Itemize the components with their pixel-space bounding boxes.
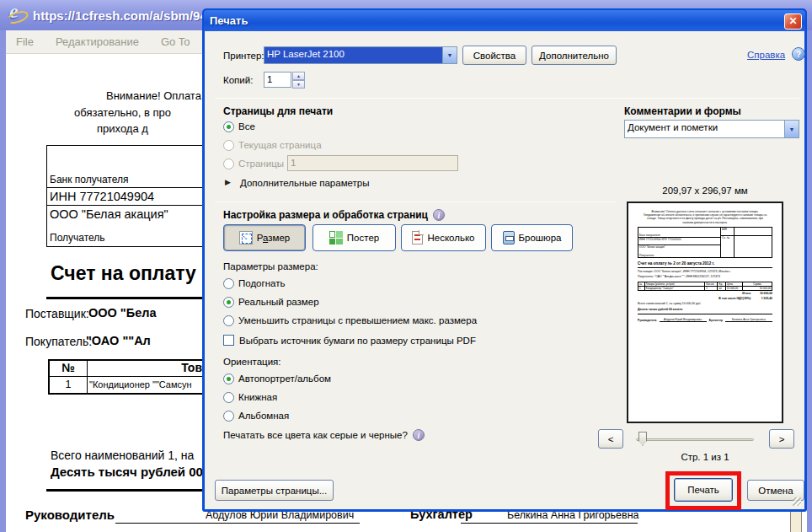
orientation-label: Ориентация: — [223, 357, 280, 367]
separator — [215, 98, 799, 99]
paper-source-checkbox[interactable] — [223, 335, 234, 346]
table-row: 1 "Кондиционер ""Самсун — [50, 377, 202, 393]
comments-selected-value: Документ и пометки — [625, 121, 784, 137]
radio-page-range[interactable] — [223, 159, 234, 169]
radio-auto-orientation-label[interactable]: Автопортрет/альбом — [238, 373, 331, 384]
menu-file[interactable]: File — [16, 35, 34, 48]
multiple-mode-icon — [412, 231, 423, 245]
page-range-input[interactable]: 1 — [287, 155, 458, 171]
chevron-down-icon[interactable] — [442, 47, 457, 63]
inn-line: ИНН 77721049904 — [47, 188, 215, 206]
info-icon[interactable] — [413, 429, 425, 441]
buyer-value: "ОАО ""Ал — [86, 334, 151, 347]
radio-current-page[interactable] — [223, 140, 234, 151]
print-dialog: Печать Принтер: HP LaserJet 2100 Свойств… — [202, 8, 807, 512]
radio-current-page-label: Текущая страница — [238, 140, 322, 150]
poster-mode-icon — [329, 231, 343, 245]
highlight-annotation — [665, 471, 741, 510]
size-mode-button[interactable]: Размер — [223, 224, 306, 251]
radio-portrait-label[interactable]: Книжная — [238, 392, 277, 402]
warning-line: прихода д — [97, 122, 148, 135]
paper-source-checkbox-label[interactable]: Выбрать источник бумаги по размеру стран… — [239, 336, 476, 346]
spinner-down-icon[interactable]: ▼ — [292, 80, 305, 89]
buyer-label: Покупатель: — [25, 335, 92, 348]
previous-page-button[interactable]: < — [598, 429, 623, 449]
radio-all-pages-label[interactable]: Все — [238, 121, 255, 132]
printer-label: Принтер: — [223, 51, 264, 61]
poster-mode-button[interactable]: Постер — [313, 224, 396, 251]
info-icon[interactable] — [433, 209, 445, 221]
radio-page-range-label: Страницы — [238, 159, 284, 169]
preview-invoice-title: Счет на оплату № 2 от 20 августа 2012 г. — [638, 261, 772, 268]
amount-in-words: Десять тысяч рублей 00 — [51, 465, 203, 479]
radio-landscape[interactable] — [223, 411, 234, 422]
scrollbar-track[interactable] — [790, 509, 802, 532]
signature-line — [115, 523, 360, 524]
supplier-label: Поставщик: — [25, 307, 89, 320]
booklet-mode-icon — [503, 231, 515, 245]
total-line: Всего наименований 1, на — [51, 449, 194, 462]
spinner-up-icon[interactable]: ▲ — [292, 72, 305, 80]
multiple-mode-button[interactable]: Несколько — [401, 224, 486, 251]
radio-fit-label[interactable]: Подогнать — [238, 278, 285, 288]
resize-grip[interactable] — [793, 497, 801, 506]
radio-shrink-oversized-label[interactable]: Уменьшить страницы с превышением макс. р… — [238, 315, 477, 325]
radio-shrink-oversized[interactable] — [223, 315, 234, 326]
preview-bank-table: Банк получателя ИНН 7772109904 КПП 77150… — [638, 227, 772, 258]
separator — [215, 202, 616, 202]
bank-label: Банк получателя — [50, 174, 128, 185]
comments-select[interactable]: Документ и пометки — [624, 120, 799, 138]
radio-portrait[interactable] — [223, 392, 234, 403]
radio-auto-orientation[interactable] — [223, 373, 234, 384]
grayscale-row: Печатать все цвета как серые и черные? — [223, 429, 425, 441]
dialog-titlebar[interactable]: Печать — [204, 10, 805, 31]
help-icon[interactable] — [792, 47, 805, 61]
comments-section-title: Комментарии и формы — [624, 105, 741, 117]
supplier-value: ООО "Бела — [88, 306, 157, 320]
help-link[interactable]: Справка — [747, 50, 785, 60]
divider — [46, 489, 202, 492]
size-mode-icon — [239, 231, 253, 245]
signature-line — [461, 523, 638, 524]
size-options-label: Параметры размера: — [223, 261, 318, 271]
radio-landscape-label[interactable]: Альбомная — [238, 411, 289, 421]
page-slider-track[interactable] — [636, 438, 754, 441]
bank-details-table: Банк получателя ИНН 77721049904 ООО "Бел… — [46, 145, 215, 247]
menu-edit[interactable]: Редактирование — [56, 35, 139, 48]
properties-button[interactable]: Свойства — [462, 46, 526, 65]
sizing-section-title: Настройка размера и обработка страниц — [223, 209, 445, 221]
col-num: № — [50, 361, 88, 376]
head-label: Руководитель — [25, 508, 115, 522]
items-table: № Тов 1 "Кондиционер ""Самсун — [48, 359, 202, 395]
printer-selected-value: HP LaserJet 2100 — [264, 47, 442, 63]
invoice-title: Счет на оплату N — [51, 262, 216, 285]
copies-stepper[interactable]: ▲ ▼ — [292, 72, 305, 88]
radio-all-pages[interactable] — [223, 121, 234, 132]
more-options-toggle[interactable]: Дополнительные параметры — [240, 178, 370, 188]
window-border-left — [0, 30, 6, 532]
dialog-title: Печать — [210, 14, 248, 27]
radio-fit[interactable] — [223, 278, 234, 289]
page-slider-thumb[interactable] — [638, 432, 647, 446]
close-icon[interactable] — [784, 13, 802, 30]
menu-goto[interactable]: Go To — [161, 35, 190, 48]
radio-actual-size-label[interactable]: Реальный размер — [238, 297, 319, 307]
booklet-mode-button[interactable]: Брошюра — [491, 224, 573, 251]
divider — [46, 297, 202, 299]
page-counter: Стр. 1 из 1 — [624, 452, 786, 462]
copies-label: Копий: — [223, 75, 253, 85]
printer-select[interactable]: HP LaserJet 2100 — [264, 46, 457, 64]
copies-input[interactable]: 1 — [264, 72, 291, 88]
warning-line: обязательно, в про — [74, 106, 171, 119]
col-item: Тов — [88, 361, 202, 376]
preview-notice: Внимание! Оплата данного счета означает … — [638, 210, 772, 224]
chevron-down-icon[interactable] — [784, 121, 799, 137]
radio-actual-size[interactable] — [223, 297, 234, 308]
page-setup-button[interactable]: Параметры страницы... — [215, 480, 334, 501]
expander-arrow-icon[interactable] — [225, 178, 231, 186]
advanced-button[interactable]: Дополнительно — [532, 46, 617, 65]
next-page-button[interactable]: > — [769, 429, 794, 449]
preview-items-table: № Товары (работы, услуги) Кол-во Ед. Цен… — [638, 282, 772, 291]
preview-signatures: Руководитель Абдулов Юрий Владимирович Б… — [638, 318, 772, 322]
recipient-label: Получатель — [50, 232, 105, 244]
